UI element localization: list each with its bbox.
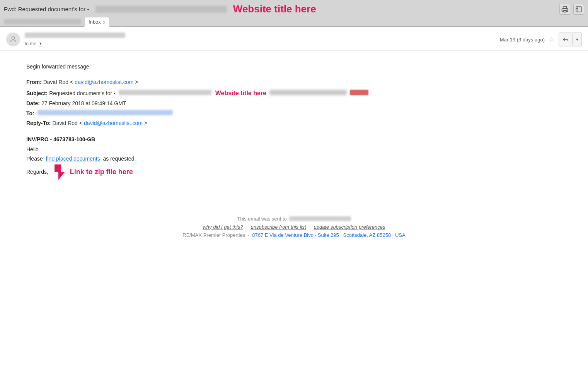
body-main-line: Please find placed documents as requeste… xyxy=(26,154,580,164)
footer-email-blurred xyxy=(289,216,351,221)
footer-links: why did I get this? unsubscribe from thi… xyxy=(6,224,582,230)
subject-small-blurred xyxy=(350,90,368,95)
footer-sent-text: This email was sent to xyxy=(237,216,287,222)
star-icon[interactable]: ☆ xyxy=(549,35,555,44)
red-arrow-icon xyxy=(53,164,67,181)
subject-website-text: Website title here xyxy=(215,88,266,98)
reply-to-label: Reply-To: xyxy=(26,119,51,128)
title-blurred-area xyxy=(95,6,227,13)
reply-to-email-link[interactable]: david@azhomeslist.com xyxy=(84,119,143,128)
why-link[interactable]: why did I get this? xyxy=(203,224,243,230)
more-actions-button[interactable]: ▾ xyxy=(573,33,582,46)
svg-marker-4 xyxy=(55,164,65,180)
subject-line: Subject: Requested document's for - Webs… xyxy=(26,88,580,98)
update-prefs-link[interactable]: update subscription preferences xyxy=(314,224,385,230)
svg-rect-2 xyxy=(576,7,581,12)
footer-address-link[interactable]: 8767 E Via de Ventura Blvd · Suite 295 ·… xyxy=(252,232,406,238)
from-label: From: xyxy=(26,78,42,87)
footer-sent-row: This email was sent to xyxy=(6,216,582,222)
avatar-area xyxy=(6,33,20,46)
body-as-requested: as requested. xyxy=(103,156,136,162)
svg-point-3 xyxy=(12,37,14,39)
svg-rect-1 xyxy=(564,10,566,12)
title-prefix-text: Fwd: Requested document's for - xyxy=(4,6,89,12)
popout-button[interactable] xyxy=(573,4,584,15)
begin-forward-text: Begin forwarded message: xyxy=(26,62,580,72)
print-button[interactable] xyxy=(559,4,570,15)
title-bar: Fwd: Requested document's for - Website … xyxy=(0,0,588,17)
reply-button[interactable] xyxy=(559,33,573,46)
window-title: Fwd: Requested document's for - Website … xyxy=(4,3,316,15)
footer-company: RE/MAX Premier Properties xyxy=(182,232,245,238)
to-blurred xyxy=(37,110,173,115)
email-meta-actions: Mar 19 (3 days ago) ☆ ▾ xyxy=(500,33,582,46)
tab-bar: Inbox x xyxy=(0,17,588,26)
subject-blurred-bar xyxy=(119,90,211,95)
inbox-tab[interactable]: Inbox x xyxy=(84,17,109,27)
email-footer: This email was sent to why did I get thi… xyxy=(0,208,588,246)
regards-row: Regards, Link to zip file here xyxy=(26,164,580,181)
from-line: From: David Rod <david@azhomeslist.com> xyxy=(26,78,580,87)
body-please: Please xyxy=(26,156,43,162)
find-documents-link[interactable]: find placed documents xyxy=(46,156,100,162)
begin-forward-label: Begin forwarded message: xyxy=(26,63,91,70)
reply-to-name: David Rod xyxy=(53,119,78,128)
date-label: Date: xyxy=(26,99,40,108)
from-name: David Rod xyxy=(43,78,68,87)
avatar xyxy=(6,33,20,46)
zip-annotation: Link to zip file here xyxy=(53,164,133,181)
email-header: to me ▾ Mar 19 (3 days ago) ☆ ▾ xyxy=(0,27,588,51)
regards-text: Regards, xyxy=(26,168,48,177)
title-website-text: Website title here xyxy=(233,3,316,15)
to-header-label: To: xyxy=(26,109,34,118)
to-me-dropdown[interactable]: ▾ xyxy=(38,41,43,46)
browser-action-icons xyxy=(559,4,584,15)
sender-info: to me ▾ xyxy=(25,33,495,46)
footer-address-row: RE/MAX Premier Properties · 8767 E Via d… xyxy=(6,232,582,238)
sender-name-blurred xyxy=(25,33,125,38)
hello-text: Hello xyxy=(26,145,580,154)
subject-label: Subject: xyxy=(26,89,48,98)
subject-prefix: Requested document's for - xyxy=(49,89,116,98)
tab-close-button[interactable]: x xyxy=(103,20,106,24)
email-date: Mar 19 (3 days ago) xyxy=(500,37,545,43)
sender-name-row xyxy=(25,33,495,39)
body-content: INV/PRO - 4673783-100-GB Hello Please fi… xyxy=(26,135,580,180)
reply-group: ▾ xyxy=(559,33,582,46)
subject-trailing-blurred xyxy=(269,90,347,95)
to-me-label: to me xyxy=(25,41,36,46)
inbox-tab-label: Inbox xyxy=(89,19,101,25)
browser-chrome: Fwd: Requested document's for - Website … xyxy=(0,0,588,27)
to-me-row: to me ▾ xyxy=(25,41,495,46)
inv-pro-text: INV/PRO - 4673783-100-GB xyxy=(26,135,580,144)
from-email-link[interactable]: david@azhomeslist.com xyxy=(75,78,133,87)
unsubscribe-link[interactable]: unsubscribe from this list xyxy=(251,224,306,230)
tab-blurred xyxy=(4,19,81,24)
email-body: Begin forwarded message: From: David Rod… xyxy=(0,51,588,192)
to-line: To: xyxy=(26,109,580,118)
reply-to-line: Reply-To: David Rod <david@azhomeslist.c… xyxy=(26,119,580,128)
zip-label-text: Link to zip file here xyxy=(70,166,133,178)
date-line: Date: 27 February 2018 at 09:49:14 GMT xyxy=(26,99,580,108)
date-value: 27 February 2018 at 09:49:14 GMT xyxy=(41,99,126,108)
